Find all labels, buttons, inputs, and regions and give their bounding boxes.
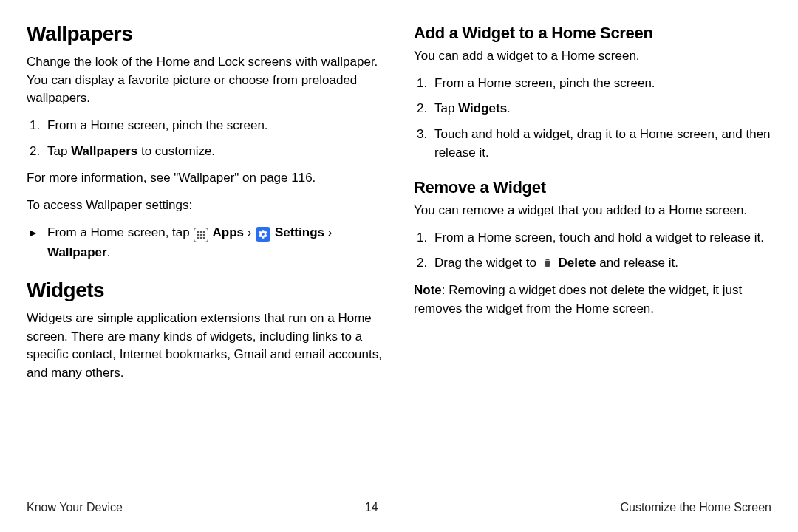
chevron: ›	[248, 225, 255, 239]
svg-point-4	[200, 234, 202, 236]
svg-point-1	[200, 231, 202, 233]
add-widget-heading: Add a Widget to a Home Screen	[414, 24, 771, 43]
note-body: : Removing a widget does not delete the …	[414, 283, 742, 316]
apps-label: Apps	[209, 225, 247, 239]
remove-widget-note: Note: Removing a widget does not delete …	[414, 282, 771, 318]
svg-point-7	[200, 237, 202, 239]
svg-point-5	[203, 234, 205, 236]
add-step-2: Tap Widgets.	[414, 100, 771, 118]
widgets-intro: Widgets are simple application extension…	[27, 310, 384, 383]
wallpapers-access: To access Wallpaper settings:	[27, 197, 384, 215]
more-post: .	[313, 171, 316, 185]
note-label: Note	[414, 283, 442, 297]
more-pre: For more information, see	[27, 171, 174, 185]
wallpaper-label: Wallpaper	[47, 245, 107, 259]
add-widget-intro: You can add a widget to a Home screen.	[414, 47, 771, 66]
wallpapers-step-1: From a Home screen, pinch the screen.	[27, 117, 384, 135]
footer-right: Customize the Home Screen	[620, 501, 771, 514]
svg-point-0	[197, 231, 200, 233]
path-pre: From a Home screen, tap	[47, 225, 193, 239]
remove-widget-intro: You can remove a widget that you added t…	[414, 202, 771, 220]
path-dot: .	[107, 245, 111, 259]
step-text: Tap	[47, 144, 71, 158]
step-text: Tap	[434, 101, 458, 115]
page-footer: Know Your Device 14 Customize the Home S…	[0, 501, 798, 514]
delete-icon	[541, 256, 554, 270]
widgets-heading: Widgets	[27, 279, 384, 302]
add-step-1: From a Home screen, pinch the screen.	[414, 75, 771, 93]
delete-bold: Delete	[555, 256, 596, 270]
remove-step-1: From a Home screen, touch and hold a wid…	[414, 229, 771, 248]
svg-point-8	[203, 237, 205, 239]
footer-left: Know Your Device	[27, 501, 123, 514]
add-widget-steps: From a Home screen, pinch the screen. Ta…	[414, 75, 771, 163]
add-step-3: Touch and hold a widget, drag it to a Ho…	[414, 126, 771, 162]
wallpapers-more-info: For more information, see "Wallpaper" on…	[27, 169, 384, 188]
left-column: Wallpapers Change the look of the Home a…	[27, 22, 384, 392]
apps-icon	[194, 228, 208, 242]
wallpapers-nav-path: From a Home screen, tap Apps › Settings …	[27, 223, 384, 262]
settings-label: Settings	[271, 225, 324, 239]
settings-icon	[256, 227, 270, 242]
widgets-bold: Widgets	[458, 101, 507, 115]
footer-page-number: 14	[365, 501, 378, 514]
page-body: Wallpapers Change the look of the Home a…	[0, 0, 798, 392]
right-column: Add a Widget to a Home Screen You can ad…	[414, 22, 771, 392]
chevron: ›	[324, 225, 332, 239]
svg-point-6	[197, 237, 200, 239]
step-text-post: to customize.	[137, 144, 215, 158]
wallpapers-heading: Wallpapers	[27, 22, 384, 46]
wallpapers-bold: Wallpapers	[71, 144, 137, 158]
step-text-post: and release it.	[596, 256, 678, 270]
step-text-post: .	[507, 101, 511, 115]
remove-widget-heading: Remove a Widget	[414, 178, 771, 197]
remove-step-2: Drag the widget to Delete and release it…	[414, 254, 771, 273]
wallpaper-page-link[interactable]: "Wallpaper" on page 116	[174, 171, 312, 185]
remove-widget-steps: From a Home screen, touch and hold a wid…	[414, 229, 771, 273]
wallpapers-intro: Change the look of the Home and Lock scr…	[27, 53, 384, 108]
svg-point-2	[203, 231, 205, 233]
svg-point-3	[197, 234, 200, 236]
wallpapers-steps: From a Home screen, pinch the screen. Ta…	[27, 117, 384, 160]
wallpapers-step-2: Tap Wallpapers to customize.	[27, 143, 384, 161]
step-text: Drag the widget to	[434, 256, 540, 270]
